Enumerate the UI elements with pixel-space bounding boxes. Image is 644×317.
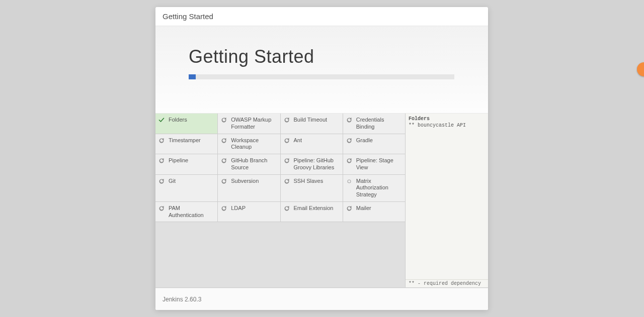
plugin-name: Gradle — [356, 137, 373, 143]
plugin-cell: PAM Authentication — [155, 202, 218, 223]
spinner-icon — [346, 117, 352, 123]
plugin-name: Workspace Cleanup — [231, 137, 259, 150]
plugin-row: FoldersOWASP Markup FormatterBuild Timeo… — [155, 114, 405, 134]
spinner-icon — [158, 178, 165, 184]
spinner-icon — [221, 117, 227, 123]
spinner-icon — [346, 158, 352, 164]
jenkins-version: Jenkins 2.60.3 — [163, 296, 201, 303]
spinner-icon — [346, 138, 352, 144]
plugin-cell: Subversion — [218, 175, 280, 202]
plugin-name: PAM Authentication — [169, 205, 204, 218]
plugin-cell: SSH Slaves — [281, 175, 343, 202]
spinner-icon — [284, 158, 290, 164]
plugin-cell: Gradle — [343, 134, 405, 155]
log-line: Folders — [409, 116, 430, 122]
plugin-name: Email Extension — [294, 205, 334, 211]
plugin-cell: Timestamper — [155, 134, 218, 155]
plugin-cell: Credentials Binding — [343, 114, 405, 134]
plugin-name: Mailer — [356, 205, 371, 211]
check-icon — [158, 117, 165, 123]
install-log-pane: Folders ** bouncycastle API ** - require… — [406, 114, 488, 288]
plugin-name: Ant — [294, 137, 302, 143]
install-log-content: Folders ** bouncycastle API — [406, 114, 488, 279]
plugin-name: Matrix Authorization Strategy — [356, 178, 388, 198]
plugin-cell: Git — [155, 175, 218, 202]
install-body: FoldersOWASP Markup FormatterBuild Timeo… — [155, 114, 488, 288]
svg-point-0 — [348, 180, 351, 183]
modal-title: Getting Started — [163, 12, 213, 21]
install-progress-fill — [189, 74, 196, 79]
plugin-cell: Pipeline — [155, 154, 218, 175]
plugin-cell: Workspace Cleanup — [218, 134, 280, 155]
plugin-name: Credentials Binding — [356, 117, 384, 130]
plugin-cell: Pipeline: GitHub Groovy Libraries — [281, 154, 343, 175]
spinner-icon — [221, 158, 227, 164]
modal-header: Getting Started — [155, 7, 488, 26]
spinner-icon — [158, 205, 165, 212]
spinner-icon — [284, 205, 290, 212]
spinner-icon — [158, 138, 165, 144]
modal-footer: Jenkins 2.60.3 — [155, 288, 488, 310]
side-badge[interactable] — [637, 62, 644, 76]
plugin-name: Folders — [169, 117, 187, 123]
install-log-footer: ** - required dependency — [406, 279, 488, 287]
spinner-icon — [221, 138, 227, 144]
plugin-cell: LDAP — [218, 202, 280, 223]
plugin-grid-filler — [155, 222, 405, 288]
plugin-cell: Matrix Authorization Strategy — [343, 175, 405, 202]
install-progress-bar — [189, 74, 454, 79]
plugin-name: Pipeline: GitHub Groovy Libraries — [294, 157, 335, 170]
plugin-grid: FoldersOWASP Markup FormatterBuild Timeo… — [155, 114, 406, 288]
plugin-name: SSH Slaves — [294, 178, 324, 184]
circle-icon — [346, 178, 352, 184]
plugin-cell: Pipeline: Stage View — [343, 154, 405, 175]
plugin-name: Git — [169, 178, 176, 184]
hero-section: Getting Started — [155, 26, 488, 114]
spinner-icon — [158, 158, 165, 164]
spinner-icon — [346, 205, 352, 212]
plugin-row: TimestamperWorkspace CleanupAntGradle — [155, 134, 405, 155]
plugin-name: Pipeline: Stage View — [356, 157, 393, 170]
spinner-icon — [284, 138, 290, 144]
plugin-row: PipelineGitHub Branch SourcePipeline: Gi… — [155, 154, 405, 175]
log-line: ** bouncycastle API — [409, 123, 466, 128]
plugin-name: Pipeline — [169, 157, 188, 163]
spinner-icon — [284, 178, 290, 184]
plugin-cell: Email Extension — [281, 202, 343, 223]
getting-started-modal: Getting Started Getting Started FoldersO… — [155, 7, 488, 310]
plugin-name: OWASP Markup Formatter — [231, 117, 271, 130]
plugin-cell: OWASP Markup Formatter — [218, 114, 280, 134]
plugin-row: GitSubversionSSH SlavesMatrix Authorizat… — [155, 175, 405, 202]
plugin-cell: Build Timeout — [281, 114, 343, 134]
plugin-name: Timestamper — [169, 137, 201, 143]
plugin-cell: Ant — [281, 134, 343, 155]
plugin-cell: GitHub Branch Source — [218, 154, 280, 175]
plugin-cell: Folders — [155, 114, 218, 134]
spinner-icon — [221, 205, 227, 212]
plugin-name: Subversion — [231, 178, 259, 184]
spinner-icon — [221, 178, 227, 184]
plugin-row: PAM AuthenticationLDAPEmail ExtensionMai… — [155, 202, 405, 223]
plugin-name: LDAP — [231, 205, 246, 211]
plugin-name: Build Timeout — [294, 117, 328, 123]
spinner-icon — [284, 117, 290, 123]
plugin-cell: Mailer — [343, 202, 405, 223]
plugin-name: GitHub Branch Source — [231, 157, 267, 170]
page-title: Getting Started — [189, 46, 455, 67]
